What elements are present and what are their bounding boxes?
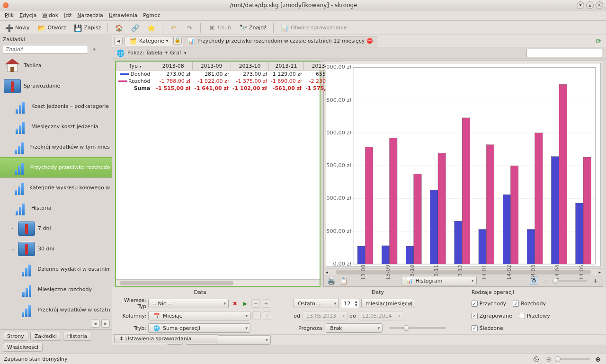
new-button[interactable]: ➕Nowy: [3, 23, 31, 33]
minimize-button[interactable]: ▾: [577, 1, 584, 9]
scroll-right-button[interactable]: ▸: [101, 319, 110, 328]
tab-prev-button[interactable]: ◂: [114, 37, 123, 45]
sidebar-item[interactable]: Przekrój wydatków w tym miesią…: [0, 137, 112, 157]
sidebar-item[interactable]: Sprawozdanie: [0, 76, 112, 96]
minus-button[interactable]: −: [251, 299, 260, 308]
menu-plik[interactable]: Plik: [2, 11, 17, 19]
table-hscrollbar[interactable]: [116, 279, 320, 286]
range-count-spin[interactable]: ▲▼: [341, 299, 359, 308]
mode-combo[interactable]: 🌐Suma operacji: [148, 323, 250, 333]
sidebar-item[interactable]: Przychody przeciwko rozchodom: [0, 157, 112, 178]
chevron-down-icon[interactable]: ▾: [184, 51, 187, 55]
chart-canvas[interactable]: 0,00 zł500,00 zł1 000,00 zł1 500,00 zł2 …: [326, 63, 601, 266]
chart-icon: 📊: [187, 37, 196, 45]
find-label: Znajdź: [249, 25, 267, 31]
refresh-tab-button[interactable]: ⟳: [596, 37, 604, 45]
menu-bar: Plik Edycja Widok Idź Narzędzia Ustawien…: [0, 10, 606, 21]
cols-plus-button[interactable]: +: [263, 311, 271, 320]
redo-button[interactable]: ↷: [183, 23, 196, 33]
sidebar-item[interactable]: Dzienne wydatki w ostatnim: [0, 259, 112, 279]
tab-lock-button[interactable]: 🔒: [173, 36, 182, 44]
forecast-slider[interactable]: [389, 327, 446, 329]
income-checkbox[interactable]: ✓Przychody: [472, 301, 507, 307]
show-row: 🌐 Pokaż: Tabela + Graf ▾: [112, 47, 606, 59]
expense-checkbox[interactable]: ✓Rozchody: [513, 301, 546, 307]
chart-zoom-slider[interactable]: [554, 280, 588, 282]
data-table[interactable]: Typ ▾2013-082013-092013-102013-112013-12…: [115, 61, 321, 287]
menu-idz[interactable]: Idź: [61, 11, 74, 19]
open-report-button[interactable]: 📊Otwórz sprawozdanie: [278, 23, 349, 33]
find-button[interactable]: 🔭Znajdź: [237, 23, 268, 33]
scroll-left-button[interactable]: ◂: [91, 319, 99, 328]
cols-combo[interactable]: 📅Miesiąc: [148, 311, 250, 320]
tab-kategorie[interactable]: 🗂️ Kategorie ▾: [125, 36, 172, 46]
home-button[interactable]: 🏠: [113, 23, 125, 33]
link-button[interactable]: 🔗: [129, 23, 141, 33]
close-tab-icon[interactable]: ⛔: [366, 38, 373, 44]
tab-historia[interactable]: Historia: [63, 332, 91, 341]
clear-search-icon[interactable]: ⌖: [90, 45, 98, 53]
grouped-checkbox[interactable]: ✓Zgrupowane: [472, 313, 512, 319]
delete-button[interactable]: ✖Usuń: [205, 23, 233, 33]
status-zoom-in-icon[interactable]: ⊕: [594, 355, 602, 364]
menu-widok[interactable]: Widok: [39, 11, 61, 19]
range-combo[interactable]: Ostatni…: [294, 299, 339, 308]
menu-pomoc[interactable]: Pomoc: [140, 11, 163, 19]
sidebar-item[interactable]: Przekrój wydatków w ostatni: [0, 300, 112, 319]
favorite-button[interactable]: ⭐: [145, 23, 157, 33]
tab-report[interactable]: 📊 Przychody przeciwko rozchodom w czasie…: [183, 36, 377, 46]
tab-strony[interactable]: Strony: [3, 332, 28, 341]
sidebar-item[interactable]: Kategorie wykresu kołowego w c…: [0, 178, 112, 198]
sidebar-item[interactable]: Miesięczne rozchody: [0, 279, 112, 300]
date-from-input[interactable]: 13.05.2013: [302, 311, 348, 320]
bookmarks-sidebar: Zakładki ⌖ TablicaSprawozdanieKoszt jedz…: [0, 35, 112, 354]
status-zoom-slider[interactable]: [557, 358, 590, 360]
home-icon: 🏠: [115, 24, 123, 32]
tracked-checkbox[interactable]: ✓Śledzone: [472, 325, 503, 331]
sidebar-item[interactable]: ›7 dni: [0, 218, 112, 239]
panel-ops-title: Rodzaje operacji: [472, 289, 602, 295]
transfers-checkbox[interactable]: Przelewy: [519, 313, 550, 319]
sidebar-item[interactable]: Koszt jedzenia – podkategorie: [0, 96, 112, 116]
rows-combo[interactable]: -- Nic --: [148, 299, 229, 308]
plus-button[interactable]: +: [262, 299, 270, 308]
open-button[interactable]: 📂Otwórz: [35, 23, 68, 33]
delete-label: Usuń: [218, 25, 231, 31]
cols-minus-button[interactable]: −: [252, 311, 261, 320]
play-button[interactable]: ▶: [241, 299, 250, 308]
sidebar-item[interactable]: Historia: [0, 198, 112, 218]
tab-wlasciwosci[interactable]: Właściwości: [3, 343, 43, 352]
sidebar-item[interactable]: Miesięczny koszt jedzenia: [0, 116, 112, 137]
status-close-icon[interactable]: ⮾: [532, 355, 541, 364]
cols-label: Kolumny:: [116, 313, 146, 319]
forecast-combo[interactable]: Brak: [326, 323, 383, 333]
bookmarks-search-input[interactable]: [3, 45, 88, 53]
range-unit-combo[interactable]: miesiąc(miesięcy): [361, 299, 414, 308]
remove-row-button[interactable]: ✖: [231, 299, 239, 308]
bookmarks-tree[interactable]: TablicaSprawozdanieKoszt jedzenia – podk…: [0, 54, 112, 319]
sidebar-item-label: Miesięczny koszt jedzenia: [31, 124, 98, 130]
menu-narzedzia[interactable]: Narzędzia: [74, 11, 106, 19]
chart-type-combo[interactable]: 📊 Histogram: [401, 276, 477, 285]
sidebar-item[interactable]: ⌄30 dni: [0, 239, 112, 259]
date-from-label: od: [294, 313, 300, 319]
maximize-button[interactable]: ▴: [586, 1, 594, 9]
content-filter-input[interactable]: [526, 49, 602, 57]
sidebar-item-label: Dzienne wydatki w ostatnim: [37, 266, 110, 272]
save-button[interactable]: 💾Zapisz: [71, 23, 103, 33]
undo-button[interactable]: ↶: [167, 23, 179, 33]
svg-rect-30: [479, 229, 486, 264]
sidebar-item[interactable]: Tablica: [0, 55, 112, 76]
menu-ustawienia[interactable]: Ustawienia: [106, 11, 140, 19]
zoom-out-icon[interactable]: −: [542, 276, 551, 285]
svg-text:2014-05: 2014-05: [578, 265, 585, 279]
status-zoom-out-icon[interactable]: ⊖: [544, 355, 553, 364]
close-window-button[interactable]: ×: [596, 1, 603, 9]
tab-zakladki[interactable]: Zakładki: [30, 332, 61, 341]
date-to-input[interactable]: 12.05.2014: [358, 311, 403, 320]
svg-text:500,00 zł: 500,00 zł: [326, 228, 351, 234]
report-settings-button[interactable]: ↕ Ustawienia sprawozdania: [114, 334, 218, 343]
open-label: Otwórz: [47, 25, 66, 31]
menu-edycja[interactable]: Edycja: [17, 11, 39, 19]
view-mode-icon[interactable]: 🌐: [116, 49, 125, 57]
